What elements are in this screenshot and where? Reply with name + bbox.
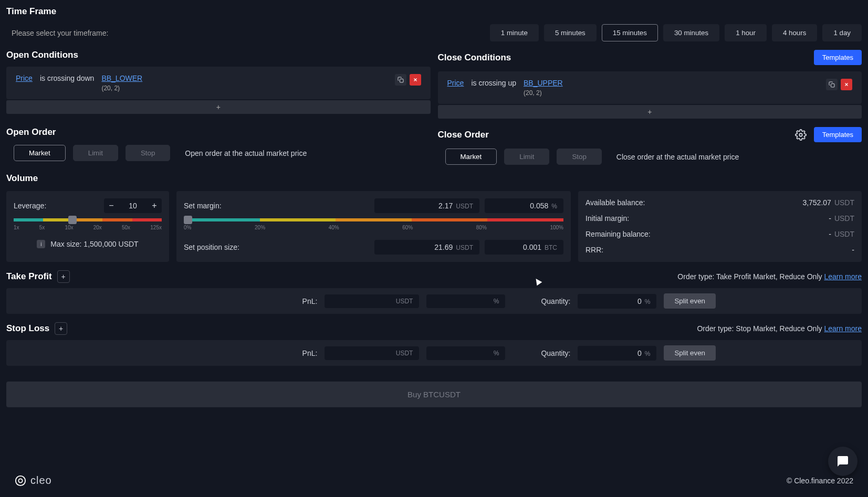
close-order-column: Close Order Templates Market Limit Stop …	[438, 127, 862, 165]
tf-30m[interactable]: 30 minutes	[663, 24, 719, 41]
svg-rect-3	[831, 84, 835, 88]
take-profit-title: Take Profit	[6, 271, 52, 282]
close-cond-relation: is crossing up	[471, 79, 516, 87]
available-balance-label: Available balance:	[585, 198, 645, 207]
close-cond-indicator[interactable]: BB_UPPER	[524, 79, 563, 87]
close-order-title: Close Order	[438, 130, 489, 140]
close-conditions-column: Close Conditions Templates Price is cros…	[438, 50, 862, 119]
chat-fab[interactable]	[828, 447, 857, 476]
close-order-tab-stop[interactable]: Stop	[557, 149, 601, 165]
sl-pnl-input[interactable]: USDT	[325, 346, 419, 360]
sl-split-even-button[interactable]: Split even	[664, 345, 716, 361]
sl-pnl-label: PnL:	[302, 349, 318, 357]
position-input[interactable]: 21.69 USDT	[374, 240, 479, 255]
tick: 20x	[93, 225, 102, 230]
tick: 80%	[476, 225, 487, 230]
tp-pnl-label: PnL:	[302, 297, 318, 305]
tp-pct-input[interactable]: %	[426, 294, 505, 308]
open-order-hint: Open order at the actual market price	[185, 149, 307, 157]
delete-icon[interactable]	[841, 79, 852, 90]
tp-qty-input[interactable]: 0 %	[578, 294, 656, 309]
leverage-card: Leverage: − 10 + 1x	[6, 191, 169, 262]
close-cond-subject[interactable]: Price	[447, 79, 464, 87]
tp-learn-more[interactable]: Learn more	[824, 272, 862, 281]
copy-icon[interactable]	[826, 79, 838, 90]
add-close-condition[interactable]: +	[438, 105, 862, 119]
close-order-tab-market[interactable]: Market	[445, 149, 497, 165]
tp-pnl-input[interactable]: USDT	[325, 294, 419, 308]
unit: USDT	[834, 230, 854, 238]
add-stop-loss[interactable]: +	[55, 322, 67, 335]
conditions-templates-button[interactable]: Templates	[814, 50, 862, 65]
order-templates-button[interactable]: Templates	[814, 127, 862, 142]
add-open-condition[interactable]: +	[6, 100, 431, 114]
set-margin-label: Set margin:	[184, 202, 222, 210]
margin-thumb[interactable]	[184, 216, 192, 224]
sl-qty-input[interactable]: 0 %	[578, 346, 656, 361]
stop-loss-section: Stop Loss + Order type: Stop Market, Red…	[6, 322, 862, 366]
open-conditions-title: Open Conditions	[6, 50, 78, 60]
position-btc-input[interactable]: 0.001 BTC	[485, 240, 563, 255]
tf-5m[interactable]: 5 minutes	[544, 24, 597, 41]
copy-icon[interactable]	[395, 74, 406, 86]
margin-input[interactable]: 2.17 USDT	[374, 198, 479, 213]
tf-1m[interactable]: 1 minute	[490, 24, 539, 41]
tp-split-even-button[interactable]: Split even	[664, 293, 716, 309]
open-order-tab-stop[interactable]: Stop	[126, 145, 170, 161]
open-condition-card: Price is crossing down BB_LOWER (20, 2)	[6, 67, 431, 99]
timeframe-title: Time Frame	[6, 6, 862, 17]
delete-icon[interactable]	[410, 74, 421, 86]
leverage-slider[interactable]	[14, 218, 162, 221]
sl-pct-input[interactable]: %	[426, 346, 505, 360]
tick: 60%	[402, 225, 413, 230]
copyright: © Cleo.finance 2022	[787, 477, 853, 485]
tf-4h[interactable]: 4 hours	[772, 24, 817, 41]
svg-point-6	[799, 133, 802, 136]
unit: USDT	[834, 214, 854, 223]
add-take-profit[interactable]: +	[57, 270, 70, 283]
open-cond-relation: is crossing down	[40, 74, 95, 82]
close-order-tab-limit[interactable]: Limit	[504, 149, 549, 165]
rrr-label: RRR:	[585, 246, 603, 254]
tp-qty-label: Quantity:	[541, 297, 570, 305]
tf-1d[interactable]: 1 day	[822, 24, 862, 41]
buy-button[interactable]: Buy BTCUSDT	[6, 382, 862, 407]
open-order-tab-limit[interactable]: Limit	[73, 145, 118, 161]
take-profit-section: Take Profit + Order type: Take Profit Ma…	[6, 270, 862, 314]
open-cond-indicator[interactable]: BB_LOWER	[101, 74, 142, 82]
brand-text: cleo	[30, 474, 52, 487]
take-profit-row: PnL: USDT % Quantity: 0 % Split even	[6, 288, 862, 314]
tp-order-type: Order type: Take Profit Market, Reduce O…	[677, 272, 822, 281]
gear-icon[interactable]	[795, 129, 807, 141]
leverage-thumb[interactable]	[68, 216, 77, 224]
close-conditions-title: Close Conditions	[438, 52, 511, 63]
leverage-decrement[interactable]: −	[104, 198, 119, 213]
remaining-balance-label: Remaining balance:	[585, 230, 651, 238]
brand-logo: cleo	[15, 474, 52, 487]
leverage-increment[interactable]: +	[147, 198, 162, 213]
tick: 5x	[39, 225, 45, 230]
sl-learn-more[interactable]: Learn more	[824, 324, 862, 333]
leverage-stepper: − 10 +	[104, 198, 162, 213]
volume-section: Volume Leverage: − 10 +	[6, 173, 862, 262]
open-cond-subject[interactable]: Price	[16, 74, 33, 82]
rrr-value: -	[852, 246, 854, 254]
unit: USDT	[834, 198, 854, 207]
svg-point-8	[18, 479, 22, 482]
open-conditions-column: Open Conditions Price is crossing down B…	[6, 50, 431, 119]
max-size-label: Max size: 1,500,000 USDT	[50, 240, 138, 248]
margin-slider[interactable]	[184, 218, 563, 221]
leverage-label: Leverage:	[14, 202, 46, 210]
sl-qty-label: Quantity:	[541, 349, 570, 357]
stop-loss-row: PnL: USDT % Quantity: 0 % Split even	[6, 340, 862, 366]
initial-margin-label: Initial margin:	[585, 214, 629, 223]
tf-15m[interactable]: 15 minutes	[602, 24, 658, 41]
footer: cleo © Cleo.finance 2022	[0, 464, 868, 497]
open-order-tab-market[interactable]: Market	[14, 145, 66, 161]
margin-pct-input[interactable]: 0.058 %	[485, 198, 563, 213]
remaining-balance-value: -	[829, 230, 831, 238]
tick: 20%	[255, 225, 265, 230]
open-order-column: Open Order Market Limit Stop Open order …	[6, 127, 431, 165]
info-icon[interactable]: i	[37, 240, 45, 248]
tf-1h[interactable]: 1 hour	[725, 24, 767, 41]
